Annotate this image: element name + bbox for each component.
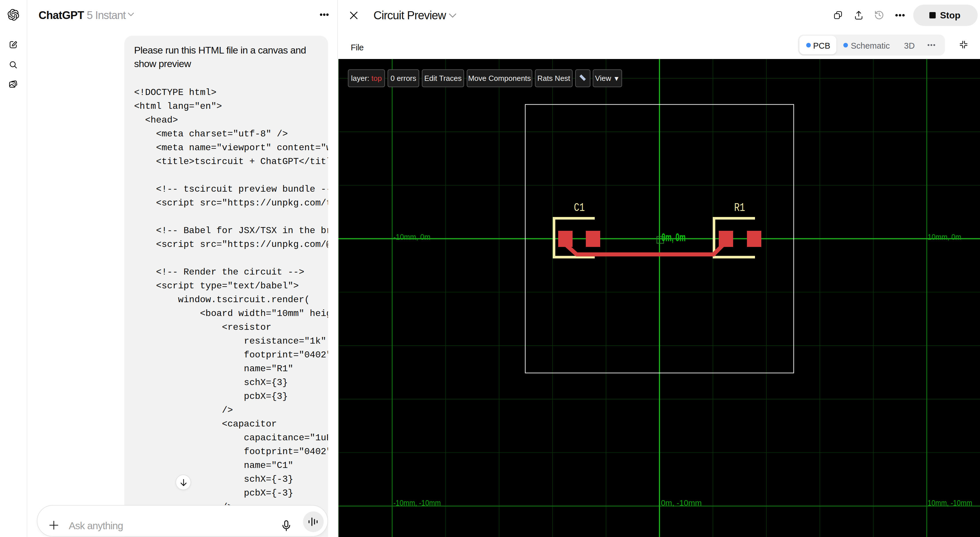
svg-text:0m, -10mm: 0m, -10mm bbox=[661, 499, 702, 507]
svg-text:0m, 0m: 0m, 0m bbox=[662, 231, 686, 244]
svg-text:C1: C1 bbox=[574, 201, 585, 214]
svg-text:10mm, -10mm: 10mm, -10mm bbox=[928, 499, 972, 507]
svg-text:-10mm, 0m: -10mm, 0m bbox=[393, 233, 430, 241]
svg-text:10mm, 0m: 10mm, 0m bbox=[928, 233, 961, 241]
svg-text:-10mm, -10mm: -10mm, -10mm bbox=[393, 499, 441, 507]
svg-text:R1: R1 bbox=[734, 201, 745, 214]
